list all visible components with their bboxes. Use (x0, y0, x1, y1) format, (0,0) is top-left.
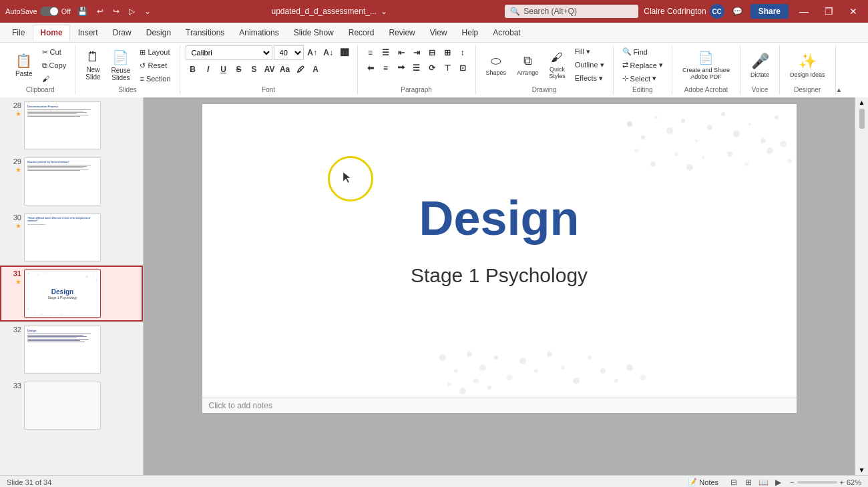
highlight-button[interactable]: 🖊 (293, 62, 308, 77)
tab-design[interactable]: Design (140, 25, 178, 40)
section-button[interactable]: ≡ Section (136, 73, 174, 85)
slide-thumb-32[interactable]: Design (24, 326, 101, 374)
font-decrease-button[interactable]: A↓ (321, 45, 336, 60)
slide-thumb-28[interactable]: Deconstruction Process (24, 101, 101, 149)
shape-fill-button[interactable]: Fill ▾ (572, 45, 608, 58)
new-slide-button[interactable]: 🗒 NewSlide (81, 46, 105, 85)
slide-sorter-button[interactable]: ⊞ (742, 477, 755, 488)
change-case-button[interactable]: Aa (278, 62, 292, 77)
dictate-button[interactable]: 🎤 Dictate (746, 46, 774, 85)
decrease-indent-button[interactable]: ⇤ (394, 45, 409, 60)
save-button[interactable]: 💾 (75, 5, 90, 17)
notes-bar[interactable]: Click to add notes (202, 398, 797, 413)
smartart-button[interactable]: ⊞ (440, 45, 455, 60)
undo-button[interactable]: ↩ (94, 5, 106, 17)
slide-thumb-29[interactable]: How do I present my deconstruction? (24, 157, 101, 205)
slideshow-view-button[interactable]: ▶ (771, 477, 785, 488)
paste-button[interactable]: 📋 Paste (11, 46, 37, 85)
present-button[interactable]: ▷ (126, 5, 138, 17)
copy-button[interactable]: ⧉ Copy (39, 59, 70, 72)
convert-smartart-button[interactable]: ⊡ (455, 61, 470, 75)
slide-thumb-33[interactable] (24, 382, 101, 430)
cut-button[interactable]: ✂ Cut (39, 46, 70, 59)
scroll-down-button[interactable]: ▼ (857, 465, 867, 475)
tab-transitions[interactable]: Transitions (179, 25, 231, 40)
numbering-button[interactable]: ☰ (379, 45, 393, 60)
tab-view[interactable]: View (423, 25, 454, 40)
chat-button[interactable]: 💬 (730, 5, 745, 17)
ribbon-expand-button[interactable]: ▲ (836, 86, 843, 93)
slide-thumb-30[interactable]: "How do different factors affect one or … (24, 213, 101, 262)
autosave-off-icon[interactable] (40, 7, 59, 16)
format-painter-button[interactable]: 🖌 (39, 73, 70, 85)
tab-home[interactable]: Home (33, 25, 69, 41)
shape-effects-button[interactable]: Effects ▾ (572, 72, 608, 85)
search-bar[interactable]: 🔍 Search (Alt+Q) (505, 5, 638, 18)
tab-review[interactable]: Review (382, 25, 421, 40)
justify-button[interactable]: ☰ (409, 61, 424, 75)
reading-view-button[interactable]: 📖 (756, 477, 770, 488)
slide-item-29[interactable]: 29 ★ How do I present my deconstruction? (0, 153, 143, 209)
bold-button[interactable]: B (186, 62, 200, 77)
font-name-select[interactable]: Calibri (186, 45, 272, 60)
scroll-thumb[interactable] (859, 109, 865, 129)
italic-button[interactable]: I (201, 62, 216, 77)
bullets-button[interactable]: ≡ (363, 45, 378, 60)
autosave-toggle[interactable]: AutoSave Off (5, 7, 71, 16)
tab-slideshow[interactable]: Slide Show (287, 25, 341, 40)
align-left-button[interactable]: ⬅ (363, 61, 378, 75)
text-align-button[interactable]: ⊤ (440, 61, 455, 75)
slide-item-28[interactable]: 28 ★ Deconstruction Process (0, 97, 143, 153)
zoom-in-button[interactable]: + (840, 478, 844, 486)
notes-toggle-button[interactable]: 📝 Notes (684, 476, 722, 487)
tab-acrobat[interactable]: Acrobat (486, 25, 527, 40)
quick-styles-button[interactable]: 🖌 QuickStyles (544, 49, 570, 81)
slide-item-33[interactable]: 33 (0, 378, 143, 434)
tab-record[interactable]: Record (342, 25, 381, 40)
zoom-slider[interactable] (797, 481, 837, 484)
text-direction-button[interactable]: ⟳ (425, 61, 439, 75)
tab-draw[interactable]: Draw (106, 25, 138, 40)
columns-button[interactable]: ⊟ (425, 45, 439, 60)
tab-animations[interactable]: Animations (232, 25, 285, 40)
slide-item-31[interactable]: 31 ★ (0, 266, 143, 322)
shadow-button[interactable]: S (247, 62, 262, 77)
slide-thumb-31[interactable]: Design Stage 1 Psychology (24, 270, 101, 318)
align-center-button[interactable]: ≡ (379, 61, 393, 75)
restore-button[interactable]: ❐ (819, 5, 839, 18)
reuse-slides-button[interactable]: 📄 ReuseSlides (107, 46, 136, 85)
font-size-select[interactable]: 40 (274, 45, 304, 60)
clear-format-button[interactable]: 🅰 (337, 45, 352, 60)
close-button[interactable]: ✕ (844, 5, 863, 18)
canvas-title[interactable]: Design (202, 191, 797, 246)
replace-button[interactable]: ⇄ Replace ▾ (619, 59, 666, 71)
font-increase-button[interactable]: A↑ (305, 45, 320, 60)
redo-button[interactable]: ↪ (110, 5, 122, 17)
canvas-subtitle[interactable]: Stage 1 Psychology (202, 264, 797, 287)
reset-button[interactable]: ↺ Reset (136, 59, 174, 72)
tab-insert[interactable]: Insert (71, 25, 105, 40)
shapes-button[interactable]: ⬭ Shapes (481, 52, 511, 78)
underline-button[interactable]: U (216, 62, 231, 77)
find-button[interactable]: 🔍 Find (619, 45, 666, 58)
font-color-button[interactable]: A (308, 62, 323, 77)
line-spacing-button[interactable]: ↕ (455, 45, 470, 60)
normal-view-button[interactable]: ⊟ (727, 477, 740, 488)
slide-canvas[interactable]: Design Stage 1 Psychology (202, 104, 797, 398)
slide-item-30[interactable]: 30 ★ "How do different factors affect on… (0, 209, 143, 266)
char-spacing-button[interactable]: AV (262, 62, 277, 77)
scroll-up-button[interactable]: ▲ (857, 97, 867, 107)
design-ideas-button[interactable]: ✨ Design Ideas (785, 46, 830, 85)
dropdown-icon[interactable]: ⌄ (381, 7, 387, 16)
create-share-pdf-button[interactable]: 📄 Create and ShareAdobe PDF (678, 46, 734, 85)
layout-button[interactable]: ⊞ Layout (136, 46, 174, 59)
increase-indent-button[interactable]: ⇥ (409, 45, 424, 60)
tab-help[interactable]: Help (455, 25, 485, 40)
shape-outline-button[interactable]: Outline ▾ (572, 59, 608, 71)
align-right-button[interactable]: ⮕ (394, 61, 409, 75)
tab-file[interactable]: File (5, 25, 31, 40)
share-button[interactable]: Share (750, 4, 789, 19)
slide-item-32[interactable]: 32 Design (0, 322, 143, 378)
zoom-out-button[interactable]: − (790, 478, 794, 486)
minimize-button[interactable]: — (794, 5, 814, 18)
